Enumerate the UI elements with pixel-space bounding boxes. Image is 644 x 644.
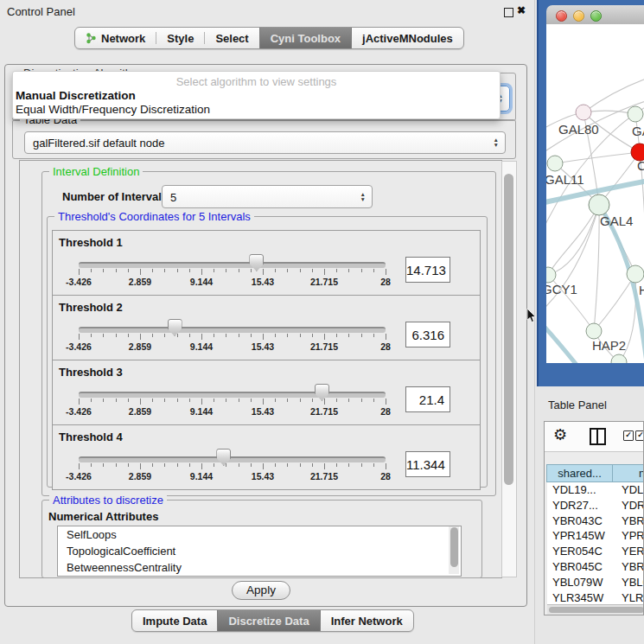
scrollbar-thumb[interactable] — [504, 174, 513, 485]
shared-name-cell[interactable]: YBR043C — [547, 513, 614, 529]
algorithm-option-manual[interactable]: Manual Discretization — [16, 89, 136, 102]
table-row[interactable]: YBR043CYBR043C — [547, 513, 644, 529]
network-view-window: GAL80GACGAL11GAL4GCY1HHAP2 — [537, 0, 644, 386]
combo-stepper-icon[interactable]: ▲▼ — [494, 137, 499, 148]
network-canvas[interactable]: GAL80GACGAL11GAL4GCY1HHAP2 — [546, 24, 644, 363]
number-of-intervals-combo[interactable]: 5 ▲▼ — [162, 185, 373, 208]
name-cell[interactable]: YBL079W — [614, 575, 644, 590]
shared-name-cell[interactable]: YDR27... — [547, 498, 614, 513]
slider-track[interactable] — [79, 262, 386, 268]
tick-label: 15.43 — [252, 471, 274, 481]
tick-mark — [361, 269, 362, 272]
network-edge — [555, 152, 640, 163]
table-row[interactable]: YPR145WYPR145W — [547, 528, 644, 544]
table-data-combo[interactable]: galFiltered.sif default node ▲▼ — [24, 131, 506, 154]
attribute-list-item[interactable]: TopologicalCoefficient — [58, 543, 461, 559]
network-node[interactable] — [589, 194, 609, 215]
table-row[interactable]: YER054CYER054C — [547, 544, 644, 559]
threshold-value-field[interactable]: 14.713 — [405, 257, 450, 283]
network-node[interactable] — [546, 267, 556, 283]
tick-mark — [300, 463, 301, 467]
shared-name-cell[interactable]: YBL079W — [547, 575, 614, 590]
network-node[interactable] — [576, 105, 591, 120]
tab-jactivemnodules[interactable]: jActiveMNodules — [352, 28, 463, 48]
combo-stepper-icon[interactable]: ▲▼ — [360, 192, 366, 202]
tick-label: 2.859 — [129, 277, 151, 287]
name-cell[interactable]: YDL19... — [614, 482, 644, 498]
shared-name-cell[interactable]: YBR045C — [547, 559, 614, 575]
tick-label: 9.144 — [190, 341, 213, 352]
slider-handle[interactable] — [168, 319, 182, 336]
name-cell[interactable]: YDR27... — [614, 498, 644, 513]
name-cell[interactable]: YBR045C — [614, 559, 644, 575]
slider-track[interactable] — [79, 456, 386, 462]
table-row[interactable]: YLR345WYLR345W — [547, 590, 644, 606]
checkbox-icon[interactable]: ✓ — [635, 430, 644, 441]
shared-name-cell[interactable]: YDL19... — [547, 482, 614, 498]
hscrollbar-thumb[interactable] — [549, 607, 644, 613]
slider-handle[interactable] — [216, 449, 231, 466]
settings-scrollbar[interactable] — [501, 161, 517, 577]
tick-label: 28 — [380, 471, 391, 481]
float-window-icon[interactable] — [504, 8, 513, 17]
tick-mark — [140, 463, 141, 469]
minimize-light[interactable] — [573, 10, 584, 22]
tab-impute-data[interactable]: Impute Data — [132, 610, 217, 631]
attributes-list-scrollbar[interactable] — [449, 526, 459, 574]
table-row[interactable]: YBL079WYBL079W — [547, 575, 644, 590]
slider-handle[interactable] — [315, 384, 329, 401]
tab-style[interactable]: Style — [156, 28, 204, 48]
tab-infer-network[interactable]: Infer Network — [321, 610, 413, 631]
column-header-shared-name[interactable]: shared... — [546, 464, 613, 482]
gear-icon[interactable]: ⚙ — [553, 425, 567, 443]
table-row[interactable]: YDL19...YDL19... — [547, 482, 644, 498]
threshold-value-field[interactable]: 21.4 — [405, 386, 450, 412]
name-cell[interactable]: YPR145W — [614, 528, 644, 544]
tick-mark — [164, 334, 165, 337]
table-row[interactable]: YBR045CYBR045C — [547, 559, 644, 575]
table-horizontal-scrollbar[interactable] — [547, 604, 644, 615]
numerical-attributes-list[interactable]: SelfLoopsTopologicalCoefficientBetweenne… — [57, 526, 462, 577]
close-icon[interactable]: ✖ — [517, 4, 526, 16]
network-node[interactable] — [547, 156, 563, 171]
name-cell[interactable]: YLR345W — [614, 590, 644, 606]
apply-button[interactable]: Apply — [232, 581, 290, 600]
network-node[interactable] — [586, 323, 602, 339]
column-header-name[interactable]: na — [612, 464, 644, 482]
network-edge — [594, 205, 599, 331]
tick-mark — [312, 463, 313, 467]
threshold-value-field[interactable]: 11.344 — [405, 451, 450, 477]
slider-track[interactable] — [79, 327, 386, 333]
attribute-list-item[interactable]: BetweennessCentrality — [58, 559, 461, 576]
network-node[interactable] — [611, 354, 627, 363]
attribute-list-item[interactable]: SelfLoops — [58, 526, 461, 543]
slider-track[interactable] — [79, 392, 386, 398]
tick-label: -3.426 — [66, 406, 92, 417]
tab-discretize-data[interactable]: Discretize Data — [217, 610, 320, 631]
threshold-value-field[interactable]: 6.316 — [405, 322, 450, 348]
tick-mark — [164, 269, 165, 272]
name-cell[interactable]: YBR043C — [614, 513, 644, 529]
shared-name-cell[interactable]: YPR145W — [547, 528, 614, 544]
attributes-scrollbar-thumb[interactable] — [450, 527, 458, 567]
network-window-titlebar[interactable] — [546, 5, 644, 25]
network-node[interactable] — [627, 265, 644, 283]
network-node[interactable] — [628, 106, 643, 122]
tick-mark — [251, 399, 252, 402]
shared-name-cell[interactable]: YLR345W — [547, 590, 614, 606]
tab-network[interactable]: Network — [75, 28, 156, 48]
close-light[interactable] — [556, 10, 567, 22]
table-row[interactable]: YDR27...YDR27... — [547, 498, 644, 513]
tick-mark — [275, 334, 276, 337]
tick-label: -3.426 — [66, 341, 92, 352]
tab-cyni-toolbox[interactable]: Cyni Toolbox — [259, 28, 352, 48]
tick-mark — [226, 399, 226, 402]
name-cell[interactable]: YER054C — [614, 544, 644, 559]
shared-name-cell[interactable]: YER054C — [547, 544, 614, 559]
algorithm-option-equal-width[interactable]: Equal Width/Frequency Discretization — [16, 103, 210, 116]
tab-select[interactable]: Select — [205, 28, 258, 48]
slider-handle[interactable] — [249, 254, 264, 271]
zoom-light[interactable] — [590, 10, 602, 22]
checkbox-icon[interactable]: ✓ — [623, 430, 634, 441]
columns-icon[interactable] — [590, 428, 606, 445]
